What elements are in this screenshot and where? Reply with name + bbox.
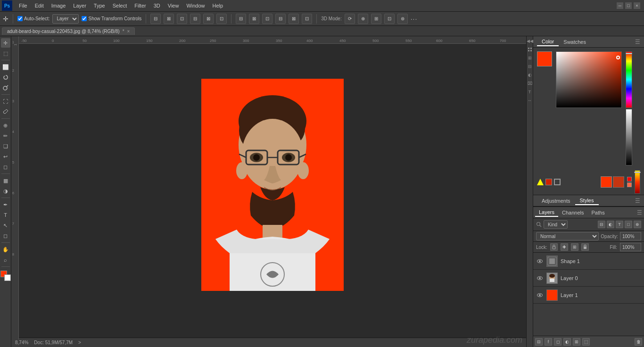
align-center-h-button[interactable]: ⊠ [164, 14, 174, 24]
layer-item-shape1[interactable]: Shape 1 [533, 253, 644, 270]
align-left-button[interactable]: ⊟ [150, 14, 161, 24]
background-preview[interactable] [613, 176, 624, 188]
add-style-button[interactable]: f [545, 338, 552, 346]
menu-filter[interactable]: Filter [131, 2, 149, 9]
layer-visibility-layer1[interactable] [536, 291, 544, 299]
panel-tool-6[interactable]: T [527, 89, 533, 95]
menu-select[interactable]: Select [109, 2, 131, 9]
lock-all-button[interactable] [581, 243, 589, 251]
align-bottom-button[interactable]: ⊡ [216, 14, 227, 24]
hue-strip[interactable] [626, 51, 632, 108]
lasso-tool-button[interactable] [1, 73, 10, 82]
stamp-tool-button[interactable]: ❑ [1, 141, 10, 151]
new-layer-button[interactable]: ⬚ [582, 338, 590, 346]
eyedropper-tool-button[interactable] [1, 107, 10, 116]
crop-tool-button[interactable]: ⛶ [1, 97, 10, 106]
menu-image[interactable]: Image [48, 2, 70, 9]
right-hue-bar[interactable] [635, 170, 640, 194]
healing-brush-tool-button[interactable]: ⊕ [1, 121, 10, 130]
adj-panel-options[interactable]: ☰ [635, 198, 640, 204]
opacity-value-input[interactable] [620, 232, 641, 240]
3d-pan-button[interactable]: ⊕ [358, 14, 368, 24]
swatches-tab[interactable]: Swatches [559, 38, 591, 46]
dist-center-button[interactable]: ⊠ [249, 14, 259, 24]
menu-layer[interactable]: Layer [69, 2, 90, 9]
dist-right-button[interactable]: ⊡ [262, 14, 272, 24]
panel-tool-1[interactable] [527, 47, 533, 52]
align-top-button[interactable]: ⊟ [190, 14, 200, 24]
show-transform-checkbox[interactable] [82, 16, 87, 21]
fill-value-input[interactable] [620, 243, 641, 251]
close-button[interactable]: × [634, 2, 640, 9]
add-adjustment-button[interactable]: ◐ [563, 338, 571, 346]
status-arrow-button[interactable]: > [78, 340, 81, 345]
color-option-1[interactable] [627, 177, 632, 182]
menu-file[interactable]: File [15, 2, 31, 9]
opacity-strip[interactable] [626, 109, 632, 165]
delete-layer-button[interactable]: 🗑 [635, 338, 642, 346]
lock-position-button[interactable]: ✚ [561, 243, 568, 251]
gamut-swatch[interactable] [545, 179, 552, 185]
layer-select-dropdown[interactable]: Layer [52, 14, 79, 24]
panel-tool-2[interactable]: ⊞ [527, 55, 533, 61]
3d-rotate-button[interactable]: ⟳ [345, 14, 355, 24]
tab-close-button[interactable]: × [127, 29, 130, 34]
menu-3d[interactable]: 3D [150, 2, 164, 9]
path-select-tool-button[interactable]: ↖ [1, 221, 10, 230]
web-safe-cube-icon[interactable] [554, 179, 561, 185]
canvas-image[interactable] [201, 79, 344, 291]
shape-tool-button[interactable]: ◻ [1, 231, 10, 240]
menu-view[interactable]: View [164, 2, 183, 9]
maximize-button[interactable]: □ [625, 2, 632, 9]
3d-scale-button[interactable]: ⊡ [384, 14, 395, 24]
channels-tab[interactable]: Channels [558, 209, 587, 216]
styles-tab[interactable]: Styles [575, 197, 599, 205]
panel-tool-3[interactable]: ⊟ [527, 64, 533, 69]
history-brush-tool-button[interactable]: ↩ [1, 152, 10, 161]
menu-help[interactable]: Help [209, 2, 227, 9]
color-panel-options[interactable]: ☰ [635, 39, 640, 45]
dist-middle-button[interactable]: ⊠ [289, 14, 299, 24]
type-tool-button[interactable]: T [1, 210, 10, 220]
paths-tab[interactable]: Paths [588, 209, 609, 216]
panel-tool-7[interactable]: ↔ [527, 98, 533, 103]
filter-shape-button[interactable]: □ [625, 221, 632, 228]
lock-pixels-button[interactable] [550, 243, 558, 251]
menu-window[interactable]: Window [182, 2, 208, 9]
artboard-tool-button[interactable]: ⬚ [1, 49, 10, 58]
hue-handle[interactable] [626, 53, 632, 54]
color-preview-swatch[interactable] [537, 51, 552, 66]
lock-artboard-button[interactable]: ⊞ [571, 243, 578, 251]
menu-type[interactable]: Type [90, 2, 109, 9]
gradient-tool-button[interactable]: ▦ [1, 176, 10, 185]
layers-tab[interactable]: Layers [535, 208, 558, 217]
panel-collapse-button[interactable]: ◀◀ [527, 38, 533, 44]
layer-item-layer0[interactable]: Layer 0 [533, 270, 644, 287]
blend-mode-dropdown[interactable]: Normal [536, 232, 599, 240]
filter-smart-button[interactable]: ⊕ [634, 221, 641, 228]
foreground-preview[interactable] [601, 176, 612, 188]
dist-bottom-button[interactable]: ⊡ [302, 14, 312, 24]
document-tab[interactable]: adult-beard-boy-casual-220453.jpg @ 8,74… [2, 27, 135, 35]
dist-top-button[interactable]: ⊟ [275, 14, 286, 24]
layer-visibility-shape1[interactable] [536, 257, 544, 265]
color-option-2[interactable] [627, 182, 632, 187]
filter-pixel-button[interactable]: ⊟ [598, 221, 605, 228]
3d-slide-button[interactable]: ⊞ [371, 14, 381, 24]
auto-select-checkbox[interactable] [17, 16, 23, 21]
marquee-tool-button[interactable]: ⬜ [1, 62, 10, 72]
layer-item-layer1[interactable]: Layer 1 [533, 287, 644, 304]
add-mask-button[interactable]: ◻ [554, 338, 561, 346]
more-options-button[interactable]: ··· [411, 15, 418, 23]
panel-tool-5[interactable]: ⌧ [527, 81, 533, 86]
layer-kind-dropdown[interactable]: Kind [544, 220, 568, 229]
dist-left-button[interactable]: ⊟ [236, 14, 246, 24]
align-middle-button[interactable]: ⊠ [203, 14, 214, 24]
minimize-button[interactable]: ─ [617, 2, 623, 9]
link-layers-button[interactable]: ⊟ [535, 338, 543, 346]
color-gradient-picker[interactable] [556, 51, 622, 108]
new-group-button[interactable]: ⊞ [573, 338, 580, 346]
dodge-tool-button[interactable]: ◑ [1, 186, 10, 196]
filter-type-button[interactable]: T [616, 221, 623, 228]
hand-tool-button[interactable]: ✋ [1, 245, 10, 254]
